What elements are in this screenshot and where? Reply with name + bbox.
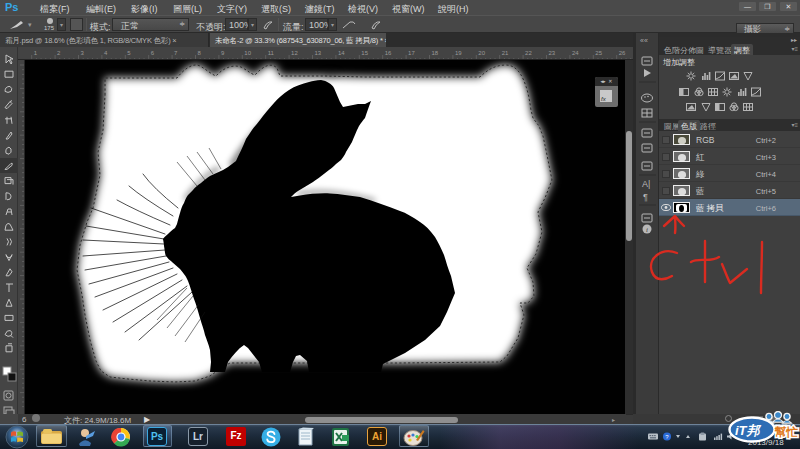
- svg-text:2: 2: [57, 50, 61, 56]
- svg-text:5: 5: [127, 50, 131, 56]
- svg-text:幫忙: 幫忙: [774, 426, 799, 438]
- svg-text:24: 24: [572, 50, 579, 56]
- svg-text:6: 6: [151, 50, 155, 56]
- svg-text:16: 16: [385, 50, 392, 56]
- svg-text:12: 12: [291, 50, 298, 56]
- svg-text:15: 15: [361, 50, 368, 56]
- svg-text:10: 10: [244, 50, 251, 56]
- svg-text:1: 1: [34, 50, 38, 56]
- svg-text:20: 20: [478, 50, 485, 56]
- svg-text:19: 19: [455, 50, 462, 56]
- svg-text:iT邦: iT邦: [735, 423, 762, 438]
- svg-text:««: ««: [640, 37, 648, 44]
- svg-text:9: 9: [221, 50, 225, 56]
- svg-text:22: 22: [525, 50, 532, 56]
- svg-text:7: 7: [174, 50, 178, 56]
- svg-text:4: 4: [104, 50, 108, 56]
- svg-text:3: 3: [81, 50, 85, 56]
- svg-text:26: 26: [619, 50, 626, 56]
- svg-text:8: 8: [198, 50, 202, 56]
- svg-text:18: 18: [432, 50, 439, 56]
- svg-text:A|: A|: [642, 179, 650, 189]
- svg-text:21: 21: [502, 50, 509, 56]
- svg-text:14: 14: [338, 50, 345, 56]
- svg-text:13: 13: [315, 50, 322, 56]
- svg-text:11: 11: [268, 50, 275, 56]
- svg-text:23: 23: [549, 50, 556, 56]
- svg-text:17: 17: [408, 50, 415, 56]
- svg-text:25: 25: [595, 50, 602, 56]
